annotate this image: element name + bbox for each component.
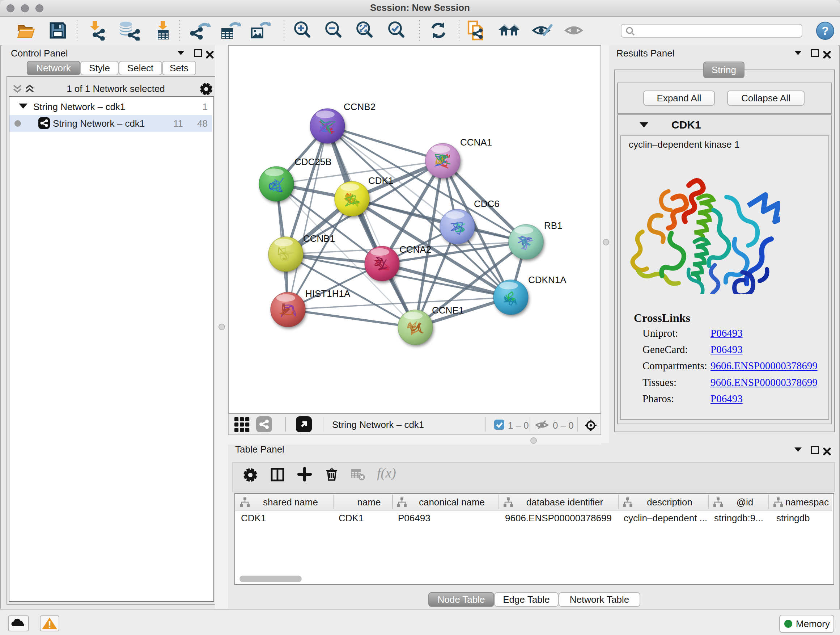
svg-text:CCNE1: CCNE1 [432,305,464,316]
svg-text:CDC25B: CDC25B [294,157,332,167]
svg-text:CCNB2: CCNB2 [344,101,376,112]
svg-text:CDKN1A: CDKN1A [528,274,567,285]
svg-text:CCNB1: CCNB1 [303,233,335,244]
svg-text:CCNA2: CCNA2 [399,244,431,255]
svg-text:HIST1H1A: HIST1H1A [305,288,351,299]
svg-text:RB1: RB1 [544,220,562,231]
svg-text:CDK1: CDK1 [368,175,393,186]
svg-text:CCNA1: CCNA1 [460,137,492,148]
svg-text:CDC6: CDC6 [474,198,500,209]
